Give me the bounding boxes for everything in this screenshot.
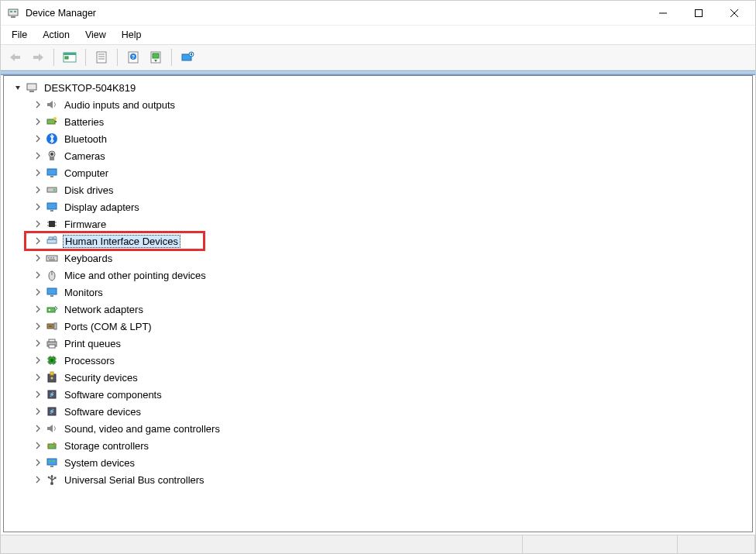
window-controls xyxy=(645,2,752,25)
minimize-button[interactable] xyxy=(645,2,681,25)
tree-category[interactable]: Monitors xyxy=(9,284,752,301)
svg-rect-76 xyxy=(50,372,53,375)
tree-category-label: System devices xyxy=(63,457,136,469)
chevron-right-icon[interactable] xyxy=(32,388,44,401)
properties-button[interactable] xyxy=(91,47,112,67)
svg-rect-38 xyxy=(50,210,53,212)
chevron-right-icon[interactable] xyxy=(32,303,44,315)
printer-icon xyxy=(46,337,58,349)
chevron-right-icon[interactable] xyxy=(32,115,44,128)
tree-category[interactable]: Batteries xyxy=(9,113,752,130)
svg-rect-5 xyxy=(696,9,703,16)
tree-category-label: Sound, video and game controllers xyxy=(63,423,222,435)
svg-rect-3 xyxy=(14,11,16,12)
chevron-right-icon[interactable] xyxy=(32,201,44,213)
security-icon xyxy=(46,371,58,384)
tree-category[interactable]: Audio inputs and outputs xyxy=(9,96,752,113)
mouse-icon xyxy=(46,269,58,281)
tree-category[interactable]: Software components xyxy=(9,386,752,403)
chevron-right-icon[interactable] xyxy=(32,98,44,111)
svg-point-59 xyxy=(49,325,50,327)
svg-rect-48 xyxy=(48,257,50,259)
chevron-right-icon[interactable] xyxy=(32,132,44,145)
chevron-right-icon[interactable] xyxy=(32,286,44,298)
toolbar-separator xyxy=(117,49,118,66)
svg-rect-56 xyxy=(47,308,55,312)
svg-rect-64 xyxy=(49,345,55,348)
add-legacy-hardware-button[interactable] xyxy=(177,47,198,67)
help-button[interactable]: ? xyxy=(123,47,143,67)
chevron-right-icon[interactable] xyxy=(32,405,44,418)
chevron-right-icon[interactable] xyxy=(32,456,44,469)
tree-category[interactable]: Network adapters xyxy=(9,301,752,318)
svg-rect-34 xyxy=(50,176,53,177)
svg-rect-84 xyxy=(49,460,51,462)
svg-rect-1 xyxy=(11,16,15,18)
menubar: File Action View Help xyxy=(1,26,755,44)
svg-rect-32 xyxy=(50,157,54,160)
tree-category[interactable]: Computer xyxy=(9,164,752,181)
chevron-right-icon[interactable] xyxy=(32,218,44,230)
usb-icon xyxy=(46,473,58,486)
menu-view[interactable]: View xyxy=(77,27,114,43)
tree-category[interactable]: Firmware xyxy=(9,215,752,232)
svg-rect-83 xyxy=(47,459,57,465)
chevron-right-icon[interactable] xyxy=(32,439,44,452)
show-hide-console-button[interactable] xyxy=(60,47,80,67)
svg-point-28 xyxy=(53,117,57,120)
svg-rect-50 xyxy=(53,257,54,259)
chevron-right-icon[interactable] xyxy=(32,235,44,247)
tree-category[interactable]: Security devices xyxy=(9,369,752,386)
cpu-icon xyxy=(46,354,58,366)
chevron-right-icon[interactable] xyxy=(32,150,44,162)
close-button[interactable] xyxy=(716,2,752,25)
tree-category[interactable]: Display adapters xyxy=(9,198,752,215)
chevron-right-icon[interactable] xyxy=(32,354,44,366)
tree-category-label: Computer xyxy=(63,167,110,179)
chevron-right-icon[interactable] xyxy=(32,167,44,179)
chevron-right-icon[interactable] xyxy=(32,269,44,281)
chevron-right-icon[interactable] xyxy=(32,252,44,264)
menu-file[interactable]: File xyxy=(4,27,35,43)
tree-category[interactable]: Human Interface Devices xyxy=(9,232,752,249)
chevron-down-icon[interactable] xyxy=(12,81,24,94)
menu-help[interactable]: Help xyxy=(114,27,149,43)
svg-point-90 xyxy=(48,477,50,479)
svg-rect-0 xyxy=(9,9,18,15)
tree-category[interactable]: Keyboards xyxy=(9,249,752,267)
tree-category-label: Processors xyxy=(63,355,116,366)
tree-category[interactable]: Processors xyxy=(9,352,752,369)
tree-category[interactable]: Mice and other pointing devices xyxy=(9,267,752,284)
tree-category-label: Mice and other pointing devices xyxy=(63,270,208,281)
menu-action[interactable]: Action xyxy=(35,27,77,43)
chevron-right-icon[interactable] xyxy=(32,422,44,435)
statusbar-cell xyxy=(523,535,678,553)
speaker-icon xyxy=(46,422,58,435)
chevron-right-icon[interactable] xyxy=(32,473,44,486)
scan-hardware-button[interactable] xyxy=(146,47,166,67)
tree-category[interactable]: Disk drives xyxy=(9,181,752,198)
tree-category[interactable]: Ports (COM & LPT) xyxy=(9,318,752,335)
tree-category[interactable]: Bluetooth xyxy=(9,130,752,147)
tree-category[interactable]: Storage controllers xyxy=(9,437,752,454)
device-tree[interactable]: DESKTOP-504K819Audio inputs and outputsB… xyxy=(4,79,752,488)
tree-category[interactable]: Universal Serial Bus controllers xyxy=(9,471,752,488)
tree-root[interactable]: DESKTOP-504K819 xyxy=(9,79,752,96)
tree-category[interactable]: Cameras xyxy=(9,147,752,164)
tree-root-label: DESKTOP-504K819 xyxy=(43,82,137,94)
chevron-right-icon[interactable] xyxy=(32,337,44,349)
maximize-button[interactable] xyxy=(681,2,716,25)
tree-category[interactable]: Print queues xyxy=(9,335,752,352)
tree-category[interactable]: Software devices xyxy=(9,403,752,420)
chevron-right-icon[interactable] xyxy=(32,320,44,332)
svg-point-77 xyxy=(51,377,53,380)
software-icon xyxy=(46,405,58,418)
chevron-right-icon[interactable] xyxy=(32,184,44,196)
svg-rect-39 xyxy=(49,221,55,227)
tree-category[interactable]: Sound, video and game controllers xyxy=(9,420,752,437)
titlebar: Device Manager xyxy=(1,1,755,26)
tree-category[interactable]: System devices xyxy=(9,454,752,471)
svg-rect-37 xyxy=(47,203,57,209)
chevron-right-icon[interactable] xyxy=(32,371,44,384)
monitor-icon xyxy=(46,286,58,298)
